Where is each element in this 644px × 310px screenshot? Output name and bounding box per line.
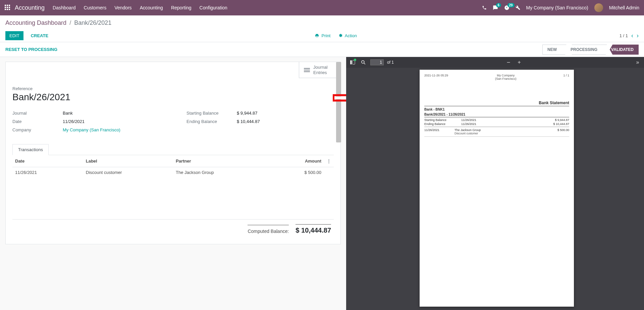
edit-button[interactable]: EDIT [5, 31, 23, 40]
nav-dashboard[interactable]: Dashboard [53, 5, 76, 10]
list-icon [304, 67, 310, 73]
annotation-arrow [333, 90, 346, 106]
pdf-toolbar: of 1 − + » [346, 57, 644, 68]
pdf-header-pages: 1 / 1 [563, 74, 569, 80]
svg-rect-6 [5, 9, 6, 10]
column-options-icon[interactable]: ⋮ [324, 155, 334, 167]
activities-badge: 29 [507, 3, 515, 7]
zoom-in-icon[interactable]: + [516, 59, 523, 66]
svg-rect-9 [335, 97, 345, 99]
status-stages: NEW PROCESSING VALIDATED [542, 45, 639, 55]
form-sheet: Journal Entries Reference Bank/26/2021 J… [5, 62, 341, 244]
messages-icon[interactable]: 6 [493, 5, 498, 10]
nav-accounting[interactable]: Accounting [140, 5, 163, 10]
breadcrumb-current: Bank/26/2021 [74, 19, 111, 26]
table-row[interactable]: 11/26/2021 Discount customer The Jackson… [12, 167, 334, 178]
print-button[interactable]: Print [315, 33, 332, 38]
computed-balance-label: Computed Balance: [248, 225, 289, 234]
pdf-page-of: of 1 [387, 60, 394, 65]
company-value[interactable]: My Company (San Francisco) [63, 127, 120, 132]
avatar[interactable] [594, 3, 603, 12]
pdf-sub1: Bank - BNK1 [424, 108, 569, 111]
phone-icon[interactable] [482, 5, 487, 10]
svg-point-12 [362, 61, 364, 63]
date-label: Date [12, 119, 63, 124]
pdf-viewer: of 1 − + » 2021-11-26 05:29 My Company (… [346, 57, 644, 310]
control-panel: Accounting Dashboard / Bank/26/2021 EDIT… [0, 15, 644, 42]
form-view: Journal Entries Reference Bank/26/2021 J… [0, 57, 346, 310]
starting-balance-value: $ 9,944.87 [237, 111, 257, 116]
navbar: Accounting Dashboard Customers Vendors A… [0, 0, 644, 15]
pager-prev[interactable]: ‹ [631, 32, 633, 39]
nav-customers[interactable]: Customers [84, 5, 107, 10]
journal-entries-button[interactable]: Journal Entries [299, 62, 340, 78]
user-name[interactable]: Mitchell Admin [609, 5, 639, 10]
journal-label: Journal [12, 111, 63, 116]
ending-balance-label: Ending Balance [186, 119, 237, 124]
ending-balance-value: $ 10,444.87 [237, 119, 260, 124]
company-label: Company [12, 127, 63, 132]
breadcrumb-parent[interactable]: Accounting Dashboard [5, 19, 66, 26]
svg-rect-1 [7, 5, 8, 6]
messages-badge: 6 [496, 3, 501, 7]
svg-rect-8 [9, 9, 10, 10]
sidebar-toggle-icon[interactable] [349, 59, 356, 66]
zoom-out-icon[interactable]: − [505, 59, 512, 66]
action-button[interactable]: Action [338, 33, 357, 38]
date-value: 11/26/2021 [63, 119, 85, 124]
reference-value: Bank/26/2021 [12, 92, 334, 103]
tab-transactions[interactable]: Transactions [12, 144, 49, 155]
apps-icon[interactable] [5, 5, 10, 11]
reset-to-processing-button[interactable]: RESET TO PROCESSING [5, 47, 57, 52]
nav-reporting[interactable]: Reporting [171, 5, 192, 10]
nav-configuration[interactable]: Configuration [200, 5, 227, 10]
pdf-header-date: 2021-11-26 05:29 [424, 74, 448, 80]
svg-rect-3 [5, 7, 6, 8]
stage-new[interactable]: NEW [542, 45, 563, 55]
debug-icon[interactable] [516, 5, 520, 10]
svg-rect-7 [7, 9, 8, 10]
starting-balance-label: Starting Balance [186, 111, 237, 116]
th-amount[interactable]: Amount [276, 155, 324, 167]
transactions-table: Date Label Partner Amount ⋮ 11/26/2021 D… [12, 155, 334, 218]
pdf-page-input[interactable] [370, 59, 384, 65]
computed-balance-value: $ 10,444.87 [296, 224, 331, 234]
svg-rect-4 [7, 7, 8, 8]
svg-rect-0 [5, 5, 6, 6]
svg-line-13 [364, 63, 365, 64]
status-bar: RESET TO PROCESSING NEW PROCESSING VALID… [0, 42, 644, 57]
create-button[interactable]: CREATE [27, 31, 52, 40]
pdf-title: Bank Statement [424, 101, 569, 106]
pager-count: 1 / 1 [620, 33, 628, 38]
activities-icon[interactable]: 29 [504, 5, 509, 10]
th-label[interactable]: Label [83, 155, 173, 167]
pdf-sub2: Bank/26/2021 - 11/26/2021 [424, 113, 569, 116]
nav-menu: Dashboard Customers Vendors Accounting R… [53, 5, 482, 10]
reference-label: Reference [12, 86, 334, 91]
search-icon[interactable] [360, 59, 367, 66]
company-selector[interactable]: My Company (San Francisco) [526, 5, 588, 10]
svg-rect-2 [9, 5, 10, 6]
th-partner[interactable]: Partner [173, 155, 276, 167]
tabs: Transactions [12, 144, 334, 155]
breadcrumb: Accounting Dashboard / Bank/26/2021 [5, 19, 639, 26]
tools-icon[interactable]: » [634, 59, 641, 66]
svg-rect-5 [9, 7, 10, 8]
nav-vendors[interactable]: Vendors [114, 5, 131, 10]
pager-next[interactable]: › [637, 32, 639, 39]
th-date[interactable]: Date [12, 155, 83, 167]
brand[interactable]: Accounting [15, 4, 45, 11]
journal-value: Bank [63, 111, 73, 116]
pdf-page: 2021-11-26 05:29 My Company (San Francis… [420, 70, 574, 307]
svg-rect-10 [350, 60, 352, 64]
status-dot [354, 59, 356, 61]
nav-right: 6 29 My Company (San Francisco) Mitchell… [482, 3, 639, 12]
